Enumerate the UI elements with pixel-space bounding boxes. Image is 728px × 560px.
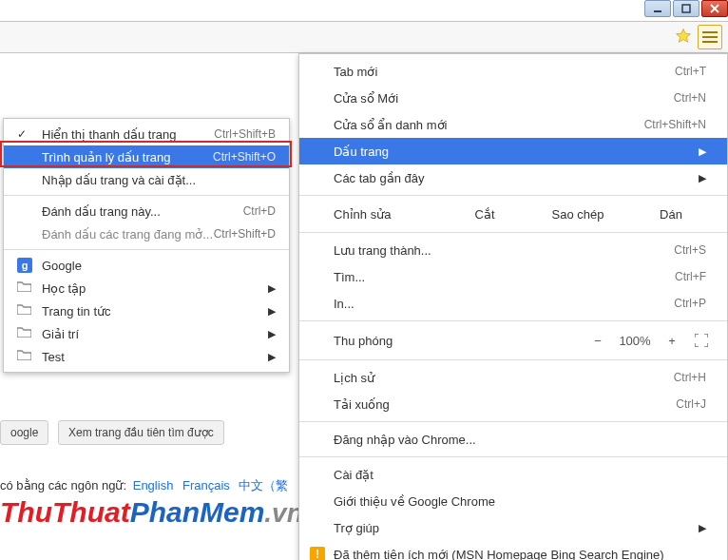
window-title-controls (644, 0, 728, 19)
zoom-out-button[interactable]: − (584, 334, 611, 348)
submenu-bookmark-manager[interactable]: Trình quản lý dấu trangCtrl+Shift+O (4, 145, 289, 168)
folder-icon (17, 349, 32, 364)
menu-separator (299, 320, 727, 321)
svg-rect-1 (682, 5, 690, 12)
lang-link-chinese[interactable]: 中文（繁 (239, 478, 288, 492)
submenu-google[interactable]: g Google (4, 254, 289, 277)
menu-bookmarks[interactable]: Dấu trang▶ (299, 138, 727, 164)
menu-separator (299, 195, 727, 196)
zoom-in-button[interactable]: + (659, 334, 685, 348)
menu-history[interactable]: Lịch sửCtrl+H (299, 364, 727, 391)
chrome-main-menu: Tab mớiCtrl+T Cửa sổ MớiCtrl+N Cửa sổ ẩn… (298, 53, 728, 560)
chevron-right-icon: ▶ (268, 351, 276, 363)
menu-zoom-label: Thu phóng (334, 334, 486, 348)
submenu-folder-entertainment[interactable]: Giải trí▶ (4, 322, 289, 345)
browser-toolbar (0, 21, 728, 53)
fullscreen-button[interactable] (685, 334, 718, 347)
chevron-right-icon: ▶ (699, 172, 706, 184)
lang-text: có bằng các ngôn ngữ: (0, 478, 126, 492)
menu-new-tab[interactable]: Tab mớiCtrl+T (299, 58, 727, 85)
menu-separator (299, 359, 727, 360)
submenu-folder-news[interactable]: Trang tin tức▶ (4, 299, 289, 322)
submenu-show-bookmark-bar[interactable]: ✓ Hiển thị thanh dấu trangCtrl+Shift+B (4, 123, 289, 145)
watermark-brand: ThuThuatPhanMem.vn (0, 496, 303, 529)
svg-rect-0 (654, 10, 661, 12)
main-menu-button[interactable] (698, 25, 722, 49)
menu-cut[interactable]: Cắt (438, 203, 531, 226)
fullscreen-icon (695, 334, 708, 347)
submenu-folder-test[interactable]: Test▶ (4, 345, 289, 368)
checkmark-icon: ✓ (17, 127, 27, 141)
menu-separator (4, 195, 289, 196)
submenu-folder-study[interactable]: Học tập▶ (4, 277, 289, 299)
menu-separator (299, 421, 727, 422)
menu-settings[interactable]: Cài đặt (299, 461, 727, 488)
submenu-bookmark-open-tabs[interactable]: Đánh dấu các trang đang mở...Ctrl+Shift+… (4, 222, 289, 245)
menu-find[interactable]: Tìm...Ctrl+F (299, 263, 727, 290)
page-button-partial[interactable]: oogle (0, 420, 48, 445)
page-button-first-result[interactable]: Xem trang đầu tiên tìm được (58, 420, 224, 445)
svg-rect-3 (702, 36, 718, 38)
folder-icon (17, 326, 32, 341)
menu-zoom-row: Thu phóng − 100% + (299, 325, 727, 356)
google-icon: g (17, 258, 32, 273)
menu-help[interactable]: Trợ giúp▶ (299, 514, 727, 541)
bookmark-star-icon[interactable] (675, 28, 692, 48)
menu-save-page[interactable]: Lưu trang thành...Ctrl+S (299, 237, 727, 263)
menu-edit-row: Chỉnh sửa Cắt Sao chép Dán (299, 200, 727, 228)
window-maximize-button[interactable] (673, 0, 699, 17)
menu-downloads[interactable]: Tải xuốngCtrl+J (299, 391, 727, 417)
chevron-right-icon: ▶ (268, 328, 276, 340)
menu-separator (4, 249, 289, 250)
folder-icon (17, 280, 32, 296)
menu-print[interactable]: In...Ctrl+P (299, 290, 727, 317)
menu-new-window[interactable]: Cửa sổ MớiCtrl+N (299, 85, 727, 111)
menu-copy[interactable]: Sao chép (531, 203, 624, 226)
window-close-button[interactable] (701, 0, 728, 17)
bookmarks-submenu: ✓ Hiển thị thanh dấu trangCtrl+Shift+B T… (3, 118, 290, 373)
chevron-right-icon: ▶ (699, 522, 706, 534)
menu-signin[interactable]: Đăng nhập vào Chrome... (299, 426, 727, 453)
folder-icon (17, 303, 32, 319)
zoom-value: 100% (611, 334, 659, 348)
menu-recent-tabs[interactable]: Các tab gần đây▶ (299, 164, 727, 191)
menu-edit-label: Chỉnh sửa (334, 207, 438, 222)
chevron-right-icon: ▶ (268, 282, 276, 295)
menu-separator (299, 232, 727, 233)
chevron-right-icon: ▶ (268, 305, 276, 318)
warning-icon: ! (309, 546, 326, 560)
menu-new-extension[interactable]: ! Đã thêm tiện ích mới (MSN Homepage Bin… (299, 541, 727, 560)
svg-rect-4 (702, 41, 718, 43)
menu-incognito[interactable]: Cửa sổ ẩn danh mớiCtrl+Shift+N (299, 111, 727, 138)
menu-paste[interactable]: Dán (624, 203, 718, 226)
window-minimize-button[interactable] (644, 0, 671, 17)
lang-link-english[interactable]: English (133, 478, 174, 492)
submenu-import[interactable]: Nhập dấu trang và cài đặt... (4, 168, 289, 191)
submenu-bookmark-this[interactable]: Đánh dấu trang này...Ctrl+D (4, 200, 289, 222)
lang-link-francais[interactable]: Français (182, 478, 230, 492)
chevron-right-icon: ▶ (699, 145, 706, 158)
menu-about[interactable]: Giới thiệu về Google Chrome (299, 488, 727, 514)
svg-rect-2 (702, 31, 718, 33)
menu-separator (299, 456, 727, 457)
